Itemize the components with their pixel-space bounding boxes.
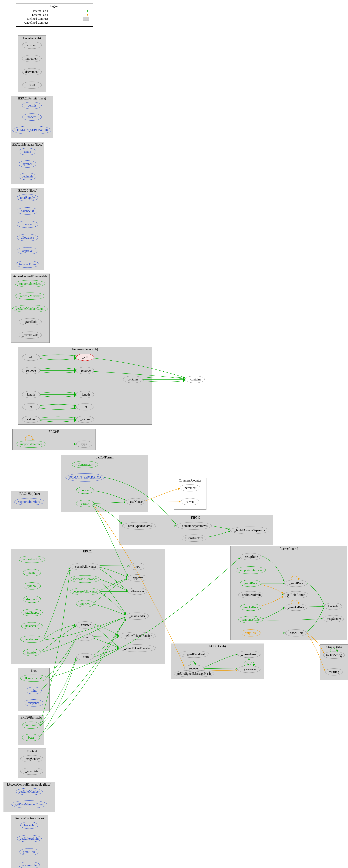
node-e20-name[interactable]: name xyxy=(23,569,41,576)
node-ac-hasRole[interactable]: hasRole xyxy=(324,603,342,610)
node-ac-getRoleAdmin[interactable]: getRoleAdmin xyxy=(284,591,308,598)
node-ep-ctor[interactable]: <Constructor> xyxy=(72,461,98,468)
node-e20--burn[interactable]: _burn xyxy=(76,653,94,660)
node-counters-decrement[interactable]: decrement xyxy=(22,68,42,75)
node-e20-incAllow[interactable]: increaseAllowance xyxy=(70,575,100,583)
node-ecdsa-throw[interactable]: _throwError xyxy=(238,651,260,658)
node-es--at[interactable]: _at xyxy=(76,403,94,410)
node-counters-increment[interactable]: increment xyxy=(22,55,42,62)
node-plux-mint[interactable]: mint xyxy=(26,687,42,694)
node-i20-approve[interactable]: approve xyxy=(17,247,38,254)
node-im-decimals[interactable]: decimals xyxy=(19,173,36,180)
node-e20--transfer[interactable]: _transfer xyxy=(76,621,94,628)
node-ac--revokeRole[interactable]: _revokeRole xyxy=(284,604,308,611)
node-im-name[interactable]: name xyxy=(19,148,36,155)
node-str-toString[interactable]: toString xyxy=(325,669,343,676)
node-plux-ctor[interactable]: <Constructor> xyxy=(20,675,47,682)
node-ecdsa-toTyped[interactable]: toTypedDataHash xyxy=(179,651,209,658)
node-burn-burn[interactable]: burn xyxy=(22,734,40,741)
node-e20-transfer[interactable]: transfer xyxy=(23,649,41,656)
node-ac-msgSender[interactable]: _msgSender xyxy=(322,615,344,622)
node-ac-onlyRole[interactable]: onlyRole xyxy=(241,629,260,637)
node-ace-revokeRole[interactable]: _revokeRole xyxy=(19,332,42,339)
node-plux-snapshot[interactable]: snapshot xyxy=(24,700,43,707)
node-ip-nonces[interactable]: nonces xyxy=(22,114,42,121)
node-ace-supports[interactable]: supportsInterface xyxy=(15,280,45,287)
node-ep-permit[interactable]: permit xyxy=(76,500,94,507)
node-ctx-msgSender[interactable]: _msgSender xyxy=(20,755,43,762)
node-ip-permit[interactable]: permit xyxy=(22,102,42,109)
node-counters-current[interactable]: current xyxy=(22,42,42,49)
node-ac-setupRole[interactable]: _setupRole xyxy=(240,553,261,560)
node-ace-grantRole[interactable]: _grantRole xyxy=(19,318,42,325)
node-ctx-msgData[interactable]: _msgData xyxy=(20,768,43,775)
node-es--add[interactable]: _add xyxy=(76,354,94,361)
node-ac-setRoleAdmin[interactable]: _setRoleAdmin xyxy=(238,591,263,598)
node-ecdsa-toEth[interactable]: toEthSignedMessageHash xyxy=(173,670,214,677)
node-iace-getRoleMemberCount[interactable]: getRoleMemberCount xyxy=(11,801,47,808)
node-ac-checkRole[interactable]: _checkRole xyxy=(285,629,307,637)
node-ac--grantRole[interactable]: _grantRole xyxy=(284,580,308,587)
node-im-symbol[interactable]: symbol xyxy=(19,160,36,167)
node-e20-approve[interactable]: approve xyxy=(76,600,94,607)
node-e20-transferFrom[interactable]: transferFrom xyxy=(20,636,43,643)
node-ac-grantRole[interactable]: grantRole xyxy=(240,580,261,587)
node-es-at[interactable]: at xyxy=(22,403,40,410)
node-cc-increment[interactable]: increment xyxy=(180,484,200,491)
node-i20-transfer[interactable]: transfer xyxy=(17,221,38,228)
node-ac-supports[interactable]: supportsInterface xyxy=(236,566,266,574)
node-i20-totalSupply[interactable]: totalSupply xyxy=(17,194,38,201)
node-e165-type[interactable]: type xyxy=(76,440,92,448)
node-i20-allowance[interactable]: allowance xyxy=(17,234,38,241)
node-ace-getRoleMember[interactable]: getRoleMember xyxy=(15,292,45,300)
node-e20-ctor[interactable]: <Constructor> xyxy=(19,556,45,563)
node-ac-renounceRole[interactable]: renounceRole xyxy=(238,616,263,623)
node-e20-msgSender[interactable]: _msgSender xyxy=(126,613,149,620)
node-es-remove[interactable]: remove xyxy=(22,367,40,374)
node-i20-balanceOf[interactable]: balanceOf xyxy=(17,208,38,215)
node-ip-domain[interactable]: DOMAIN_SEPARATOR xyxy=(12,126,52,134)
node-e20--mint[interactable]: _mint xyxy=(76,634,94,641)
node-iac-hasRole[interactable]: hasRole xyxy=(20,822,38,829)
node-ep-nonces[interactable]: nonces xyxy=(76,487,94,494)
node-iac-getRoleAdmin[interactable]: getRoleAdmin xyxy=(17,835,42,842)
node-cc-current[interactable]: current xyxy=(181,498,199,505)
node-iace-getRoleMember[interactable]: getRoleMember xyxy=(16,788,42,795)
node-ace-getRoleMemberCount[interactable]: getRoleMemberCount xyxy=(12,305,48,312)
node-e20-symbol[interactable]: symbol xyxy=(23,582,41,589)
node-es-contains[interactable]: contains xyxy=(123,376,143,383)
node-str-toHex[interactable]: toHexString xyxy=(323,652,345,659)
node-eip-hash[interactable]: _hashTypedDataV4 xyxy=(122,522,156,530)
node-e20-spendAllow[interactable]: _spendAllowance xyxy=(70,563,100,570)
node-es--length[interactable]: _length xyxy=(76,391,94,398)
node-i165-supports[interactable]: supportsInterface xyxy=(14,498,44,505)
node-ecdsa-try[interactable]: tryRecover xyxy=(238,666,260,673)
node-ep-useNonce[interactable]: _useNonce xyxy=(126,498,145,505)
node-iac-revokeRole[interactable]: revokeRole xyxy=(19,862,40,868)
node-e20-totalSupply[interactable]: totalSupply xyxy=(21,609,42,616)
node-counters-reset[interactable]: reset xyxy=(22,82,42,89)
node-e20-decimals[interactable]: decimals xyxy=(23,596,41,603)
node-e20-allowance[interactable]: allowance xyxy=(128,588,147,595)
node-eip-build[interactable]: _buildDomainSeparator xyxy=(230,527,269,534)
node-e20-balanceOf[interactable]: balanceOf xyxy=(21,622,42,629)
node-es--values[interactable]: _values xyxy=(76,416,94,423)
node-ac-revokeRole[interactable]: revokeRole xyxy=(240,604,261,611)
node-e20-after[interactable]: _afterTokenTransfer xyxy=(119,645,156,652)
node-es-length[interactable]: length xyxy=(22,391,40,398)
node-e20-before[interactable]: _beforeTokenTransfer xyxy=(119,632,156,640)
node-e20--approve[interactable]: _approve xyxy=(128,575,147,582)
node-ep-domain[interactable]: DOMAIN_SEPARATOR xyxy=(66,473,104,482)
node-e20-decAllow[interactable]: decreaseAllowance xyxy=(70,588,100,595)
node-es--contains[interactable]: _contains xyxy=(185,376,204,383)
node-i20-transferFrom[interactable]: transferFrom xyxy=(16,260,39,268)
node-burn-burnFrom[interactable]: burnFrom xyxy=(22,721,40,728)
node-e20-type[interactable]: type xyxy=(129,563,145,570)
node-es-add[interactable]: add xyxy=(22,354,40,361)
node-eip-domsep[interactable]: _domainSeparatorV4 xyxy=(176,522,212,530)
node-es-values[interactable]: values xyxy=(22,416,40,423)
node-iac-grantRole[interactable]: grantRole xyxy=(20,848,39,856)
node-es--remove[interactable]: _remove xyxy=(76,367,94,374)
node-eip-ctor[interactable]: <Constructor> xyxy=(182,534,207,541)
node-e165-supports[interactable]: supportsInterface xyxy=(16,440,46,448)
